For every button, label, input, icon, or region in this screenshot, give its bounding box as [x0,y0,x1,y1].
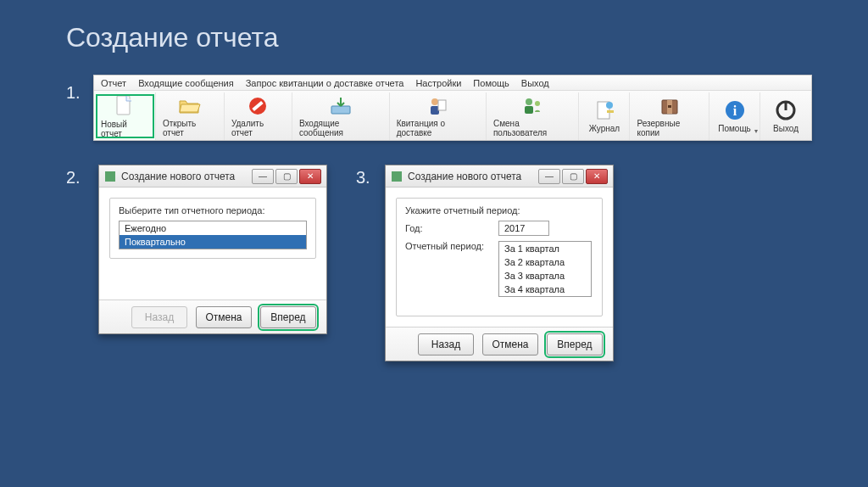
toolbar-open-report[interactable]: Открыть отчет [156,92,225,140]
user-switch-icon [520,94,544,117]
next-button[interactable]: Вперед [547,333,603,355]
toolbar-label: Квитанция о доставке [397,119,479,137]
step-number-2: 2. [66,168,81,188]
toolbar-inbox[interactable]: Входящие сообщения [292,92,390,140]
info-icon: i [723,98,747,122]
minimize-button[interactable]: — [252,169,274,184]
maximize-button[interactable]: ▢ [562,169,584,184]
toolbar-label: Журнал [589,124,620,133]
dialog-body: Укажите отчетный период: Год: 2017 Отчет… [396,198,603,316]
svg-point-11 [606,102,613,109]
file-new-icon [113,94,136,118]
cancel-button[interactable]: Отмена [482,333,538,355]
svg-rect-21 [392,171,402,182]
toolbar-help[interactable]: i Помощь ▾ [709,92,760,140]
svg-point-7 [526,98,532,105]
dialog-body: Выберите тип отчетного периода: Ежегодно… [109,198,316,259]
minimize-button[interactable]: — [538,169,560,184]
cancel-button[interactable]: Отмена [196,306,252,328]
year-label: Год: [405,223,498,233]
svg-rect-3 [331,106,350,114]
year-input[interactable]: 2017 [498,221,549,236]
period-type-listbox[interactable]: Ежегодно Поквартально [119,221,307,249]
period-listbox[interactable]: За 1 квартал За 2 квартала За 3 квартала… [498,241,592,297]
window-title: Создание нового отчета [408,171,521,182]
power-icon [774,98,798,122]
window-title: Создание нового отчета [121,171,235,182]
svg-point-9 [535,101,540,106]
toolbar-label: Удалить отчет [231,119,285,137]
toolbar-journal[interactable]: Журнал [579,92,630,140]
period-label: Отчетный период: [405,241,498,251]
back-button[interactable]: Назад [418,333,474,355]
app-icon [391,171,403,182]
svg-rect-20 [105,171,115,182]
folder-open-icon [178,94,202,117]
step-number-3: 3. [356,168,370,188]
menu-settings[interactable]: Настройки [415,78,461,88]
prompt-label: Укажите отчетный период: [405,205,593,216]
menubar: Отчет Входящие сообщения Запрос квитанци… [94,76,811,91]
svg-rect-6 [438,100,446,110]
toolbar-label: Помощь [718,124,751,133]
toolbar-switch-user[interactable]: Смена пользователя [487,92,580,140]
forbidden-icon [246,94,270,117]
titlebar: Создание нового отчета — ▢ ✕ [99,165,326,188]
svg-text:i: i [732,104,737,118]
svg-rect-15 [668,105,671,108]
toolbar-label: Резервные копии [637,119,702,137]
back-button: Назад [131,306,187,328]
option-yearly[interactable]: Ежегодно [120,221,306,235]
menu-report[interactable]: Отчет [101,78,126,88]
period-option-q4[interactable]: За 4 квартала [499,283,591,296]
period-option-q1[interactable]: За 1 квартал [499,242,591,255]
app-toolbar: Отчет Входящие сообщения Запрос квитанци… [93,75,812,141]
close-button[interactable]: ✕ [299,169,321,184]
next-button[interactable]: Вперед [260,306,316,328]
dialog-create-report-type: Создание нового отчета — ▢ ✕ Выберите ти… [98,165,327,334]
toolbar-label: Входящие сообщения [299,119,382,137]
toolbar-buttons: Новый отчет Открыть отчет Удалить отчет … [94,91,811,140]
app-icon [104,171,116,182]
maximize-button[interactable]: ▢ [275,169,298,184]
slide-title: Создание отчета [66,22,278,53]
svg-rect-12 [607,110,614,113]
toolbar-receipt[interactable]: Квитанция о доставке [390,92,487,140]
svg-point-4 [431,98,438,105]
archive-icon [658,94,682,117]
person-docs-icon [426,94,449,117]
toolbar-label: Выход [773,124,798,133]
close-button[interactable]: ✕ [586,169,608,184]
step-number-1: 1. [66,83,81,103]
period-option-q3[interactable]: За 3 квартала [499,269,591,283]
option-quarterly[interactable]: Поквартально [120,235,306,249]
toolbar-exit[interactable]: Выход [760,92,811,140]
prompt-label: Выберите тип отчетного периода: [119,205,307,216]
menu-help[interactable]: Помощь [473,78,509,88]
toolbar-label: Смена пользователя [493,119,572,137]
dialog-create-report-period: Создание нового отчета — ▢ ✕ Укажите отч… [385,165,614,361]
toolbar-label: Открыть отчет [163,119,217,137]
dialog-footer: Назад Отмена Вперед [386,327,613,361]
dialog-footer: Назад Отмена Вперед [99,299,326,333]
svg-rect-8 [525,106,533,114]
titlebar: Создание нового отчета — ▢ ✕ [386,165,613,188]
journal-icon [593,98,616,122]
toolbar-label: Новый отчет [101,120,148,138]
toolbar-backup[interactable]: Резервные копии [630,92,709,140]
menu-exit[interactable]: Выход [521,78,549,88]
chevron-down-icon: ▾ [754,127,758,135]
menu-receipt[interactable]: Запрос квитанции о доставке отчета [246,78,404,88]
toolbar-new-report[interactable]: Новый отчет [94,92,156,140]
period-option-q2[interactable]: За 2 квартала [499,255,591,269]
menu-inbox[interactable]: Входящие сообщения [138,78,234,88]
toolbar-delete-report[interactable]: Удалить отчет [225,92,292,140]
inbox-tray-icon [329,94,353,117]
